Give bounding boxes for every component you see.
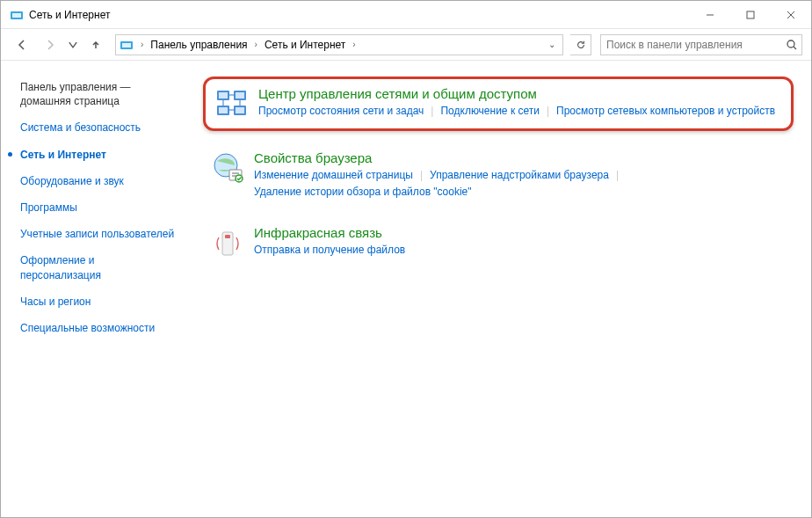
- svg-rect-1: [12, 13, 21, 18]
- svg-point-8: [787, 40, 794, 47]
- internet-options-icon: [210, 150, 245, 186]
- sidebar-item-accessibility[interactable]: Специальные возможности: [20, 321, 175, 335]
- window-title: Сеть и Интернет: [29, 9, 110, 21]
- category-title[interactable]: Свойства браузера: [254, 150, 787, 165]
- search-input[interactable]: [605, 38, 786, 52]
- task-link[interactable]: Подключение к сети: [440, 103, 539, 120]
- sidebar-item-clock-region[interactable]: Часы и регион: [20, 295, 175, 309]
- divider: |: [431, 103, 433, 120]
- window: Сеть и Интернет: [0, 0, 812, 518]
- address-dropdown-icon[interactable]: ⌄: [545, 40, 559, 49]
- task-link[interactable]: Отправка и получение файлов: [254, 242, 405, 259]
- category-links: Просмотр состояния сети и задач | Подклю…: [258, 103, 782, 120]
- maximize-button[interactable]: [730, 1, 771, 29]
- sidebar-item-appearance[interactable]: Оформление и персонализация: [20, 253, 175, 281]
- minimize-button[interactable]: [690, 1, 730, 29]
- category-network-sharing-center: Центр управления сетями и общим доступом…: [203, 77, 794, 131]
- task-link[interactable]: Просмотр состояния сети и задач: [258, 103, 424, 120]
- navbar: › Панель управления › Сеть и Интернет › …: [1, 29, 811, 61]
- svg-rect-15: [219, 107, 228, 113]
- search-icon: [786, 39, 798, 51]
- task-link[interactable]: Управление надстройками браузера: [430, 167, 609, 184]
- control-panel-icon: [10, 8, 24, 22]
- breadcrumb-current[interactable]: Сеть и Интернет: [261, 39, 349, 51]
- sidebar-item-programs[interactable]: Программы: [20, 201, 175, 215]
- svg-rect-28: [225, 235, 230, 238]
- content-area: Центр управления сетями и общим доступом…: [185, 61, 811, 517]
- window-controls: [690, 1, 811, 29]
- category-infrared: Инфракрасная связь Отправка и получение …: [203, 220, 794, 266]
- sidebar-item-user-accounts[interactable]: Учетные записи пользователей: [20, 227, 175, 241]
- control-panel-icon: [120, 38, 134, 52]
- category-body: Свойства браузера Изменение домашней стр…: [254, 150, 787, 201]
- category-body: Центр управления сетями и общим доступом…: [258, 86, 782, 121]
- address-bar[interactable]: › Панель управления › Сеть и Интернет › …: [115, 34, 563, 55]
- category-links: Изменение домашней страницы | Управление…: [254, 167, 787, 201]
- network-icon: [214, 86, 250, 121]
- infrared-icon: [210, 225, 245, 260]
- breadcrumb-root[interactable]: Панель управления: [147, 39, 250, 51]
- chevron-right-icon[interactable]: ›: [137, 40, 147, 49]
- svg-rect-13: [236, 92, 244, 98]
- sidebar-item-network-internet[interactable]: Сеть и Интернет: [20, 148, 175, 162]
- refresh-button[interactable]: [570, 34, 591, 55]
- task-link[interactable]: Изменение домашней страницы: [254, 167, 413, 184]
- sidebar-item-system-security[interactable]: Система и безопасность: [20, 120, 175, 135]
- search-box[interactable]: [600, 34, 802, 55]
- divider: |: [420, 167, 423, 184]
- close-button[interactable]: [771, 1, 811, 29]
- svg-rect-7: [122, 43, 131, 47]
- category-links: Отправка и получение файлов: [254, 242, 787, 259]
- sidebar-item-home[interactable]: Панель управления — домашняя страница: [20, 80, 175, 108]
- titlebar: Сеть и Интернет: [1, 1, 811, 29]
- chevron-right-icon[interactable]: ›: [251, 40, 261, 49]
- task-link[interactable]: Удаление истории обзора и файлов "cookie…: [254, 184, 472, 201]
- category-internet-options: Свойства браузера Изменение домашней стр…: [203, 145, 794, 206]
- sidebar: Панель управления — домашняя страница Си…: [1, 61, 185, 517]
- body: Панель управления — домашняя страница Си…: [1, 61, 811, 517]
- chevron-right-icon[interactable]: ›: [349, 40, 359, 49]
- divider: |: [616, 167, 619, 184]
- back-button[interactable]: [10, 33, 34, 57]
- category-body: Инфракрасная связь Отправка и получение …: [254, 225, 787, 260]
- recent-locations-button[interactable]: [66, 33, 80, 57]
- svg-rect-11: [219, 92, 228, 98]
- category-title[interactable]: Центр управления сетями и общим доступом: [258, 86, 782, 101]
- task-link[interactable]: Просмотр сетевых компьютеров и устройств: [556, 103, 775, 120]
- up-button[interactable]: [83, 33, 108, 57]
- svg-rect-3: [747, 11, 754, 18]
- category-title[interactable]: Инфракрасная связь: [254, 225, 787, 240]
- svg-rect-17: [236, 107, 244, 113]
- divider: |: [547, 103, 549, 120]
- svg-line-9: [794, 47, 796, 49]
- sidebar-item-hardware-sound[interactable]: Оборудование и звук: [20, 174, 175, 188]
- forward-button[interactable]: [38, 33, 62, 57]
